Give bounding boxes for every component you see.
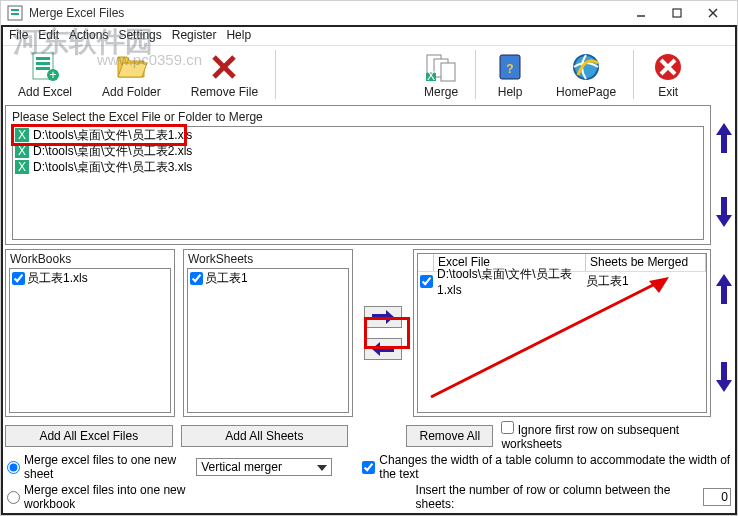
worksheets-title: WorkSheets: [184, 250, 352, 268]
workbooks-panel: WorkBooks 员工表1.xls: [5, 249, 175, 417]
file-row[interactable]: X D:\tools\桌面\文件\员工表1.xls: [13, 127, 703, 143]
menu-register[interactable]: Register: [172, 28, 217, 42]
changes-width-checkbox[interactable]: [362, 461, 375, 474]
merge-one-workbook-radio[interactable]: [7, 491, 20, 504]
add-all-sheets-button[interactable]: Add All Sheets: [181, 425, 349, 447]
svg-rect-10: [36, 67, 50, 70]
toolbar: + Add Excel Add Folder Remove File X Mer…: [1, 45, 737, 103]
xls-icon: X: [15, 144, 29, 158]
excel-file-icon: +: [29, 51, 61, 83]
xls-icon: X: [15, 128, 29, 142]
file-section-title: Please Select the Excel File or Folder t…: [12, 110, 704, 126]
svg-text:?: ?: [506, 62, 513, 76]
svg-rect-17: [441, 63, 455, 81]
svg-rect-4: [673, 9, 681, 17]
changes-width-option[interactable]: Changes the width of a table column to a…: [362, 453, 731, 481]
xls-icon: X: [15, 160, 29, 174]
menu-edit[interactable]: Edit: [38, 28, 59, 42]
remove-file-button[interactable]: Remove File: [176, 46, 273, 103]
exit-button[interactable]: Exit: [637, 46, 699, 103]
svg-text:X: X: [427, 69, 435, 83]
minimize-button[interactable]: [623, 2, 659, 24]
add-excel-button[interactable]: + Add Excel: [3, 46, 87, 103]
svg-text:X: X: [18, 144, 26, 158]
insert-number-input[interactable]: [703, 488, 731, 506]
window-title: Merge Excel Files: [29, 6, 623, 20]
merge-one-sheet-radio[interactable]: [7, 461, 20, 474]
workbooks-list[interactable]: 员工表1.xls: [9, 268, 171, 413]
svg-text:X: X: [18, 128, 26, 142]
homepage-button[interactable]: HomePage: [541, 46, 631, 103]
merger-direction-select[interactable]: Vertical merger: [196, 458, 332, 476]
svg-text:X: X: [18, 160, 26, 174]
app-icon: [7, 5, 23, 21]
menu-help[interactable]: Help: [226, 28, 251, 42]
file-path: D:\tools\桌面\文件\员工表1.xls: [33, 127, 192, 144]
help-button[interactable]: ? Help: [479, 46, 541, 103]
maximize-button[interactable]: [659, 2, 695, 24]
merge-one-sheet-option[interactable]: Merge excel files to one new sheet: [7, 453, 188, 481]
col-sheets-merged: Sheets be Merged: [586, 254, 706, 272]
move-up-button[interactable]: [713, 119, 735, 159]
folder-icon: [115, 51, 147, 83]
transfer-buttons: [361, 249, 405, 417]
insert-number-label: Insert the number of row or column betwe…: [416, 483, 695, 511]
worksheet-checkbox[interactable]: [190, 272, 203, 285]
add-to-merge-button[interactable]: [364, 306, 402, 328]
merge-button[interactable]: X Merge: [409, 46, 473, 103]
menu-actions[interactable]: Actions: [69, 28, 108, 42]
merge-target-list[interactable]: Excel File Sheets be Merged D:\tools\桌面\…: [417, 253, 707, 413]
exit-icon: [652, 51, 684, 83]
help-book-icon: ?: [494, 51, 526, 83]
svg-text:+: +: [50, 68, 57, 82]
merge-icon: X: [425, 51, 457, 83]
titlebar: Merge Excel Files: [1, 1, 737, 25]
list-item[interactable]: 员工表1: [188, 269, 348, 287]
table-row[interactable]: D:\tools\桌面\文件\员工表1.xls 员工表1: [418, 272, 706, 290]
file-select-section: Please Select the Excel File or Folder t…: [5, 105, 711, 245]
workbook-name: 员工表1.xls: [27, 270, 88, 287]
svg-rect-1: [11, 9, 19, 11]
worksheets-list[interactable]: 员工表1: [187, 268, 349, 413]
list-item[interactable]: 员工表1.xls: [10, 269, 170, 287]
delete-x-icon: [208, 51, 240, 83]
remove-all-button[interactable]: Remove All: [406, 425, 493, 447]
file-row[interactable]: X D:\tools\桌面\文件\员工表3.xls: [13, 159, 703, 175]
ignore-first-row-option[interactable]: Ignore first row on subsequent worksheet…: [501, 421, 733, 451]
globe-ie-icon: [570, 51, 602, 83]
menu-settings[interactable]: Settings: [118, 28, 161, 42]
worksheets-panel: WorkSheets 员工表1: [183, 249, 353, 417]
chevron-down-icon: [317, 460, 327, 474]
file-path: D:\tools\桌面\文件\员工表2.xls: [33, 143, 192, 160]
merge-file-path: D:\tools\桌面\文件\员工表1.xls: [435, 266, 584, 297]
merge-one-workbook-option[interactable]: Merge excel files into one new workbook: [7, 483, 226, 511]
file-row[interactable]: X D:\tools\桌面\文件\员工表2.xls: [13, 143, 703, 159]
merge-sheet-name: 员工表1: [586, 273, 704, 290]
merge-row-checkbox[interactable]: [420, 275, 433, 288]
add-all-excel-button[interactable]: Add All Excel Files: [5, 425, 173, 447]
svg-rect-9: [36, 62, 50, 65]
svg-rect-8: [36, 57, 50, 60]
worksheet-name: 员工表1: [205, 270, 248, 287]
move-down-button[interactable]: [713, 191, 735, 231]
workbook-checkbox[interactable]: [12, 272, 25, 285]
add-folder-button[interactable]: Add Folder: [87, 46, 176, 103]
merge-list-arrows: [711, 247, 737, 419]
svg-point-22: [574, 55, 598, 79]
svg-rect-2: [11, 13, 19, 15]
ignore-first-row-checkbox[interactable]: [501, 421, 514, 434]
workbooks-title: WorkBooks: [6, 250, 174, 268]
menubar: File Edit Actions Settings Register Help: [1, 25, 737, 45]
app-window: Merge Excel Files File Edit Actions Sett…: [0, 0, 738, 516]
file-list-arrows: [711, 103, 737, 247]
merge-move-down-button[interactable]: [713, 356, 735, 396]
menu-file[interactable]: File: [9, 28, 28, 42]
merge-move-up-button[interactable]: [713, 270, 735, 310]
file-list[interactable]: X D:\tools\桌面\文件\员工表1.xls X D:\tools\桌面\…: [12, 126, 704, 240]
merge-target-panel: Excel File Sheets be Merged D:\tools\桌面\…: [413, 249, 711, 417]
remove-from-merge-button[interactable]: [364, 338, 402, 360]
close-button[interactable]: [695, 2, 731, 24]
file-path: D:\tools\桌面\文件\员工表3.xls: [33, 159, 192, 176]
